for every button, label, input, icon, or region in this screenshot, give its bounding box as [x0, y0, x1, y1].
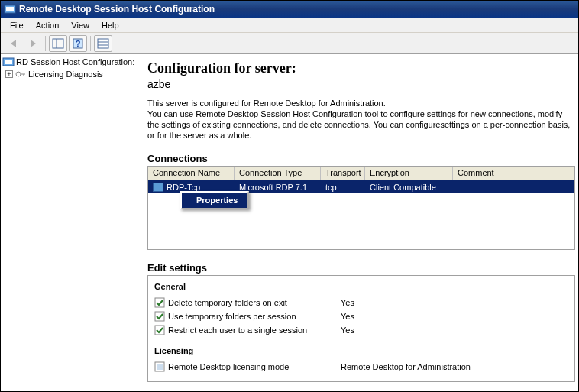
tree-pane: RD Session Host Configuration: + Licensi…	[1, 54, 144, 391]
connections-heading: Connections	[147, 153, 575, 164]
setting-icon	[154, 311, 168, 322]
back-button[interactable]	[4, 35, 22, 52]
svg-point-11	[16, 72, 21, 76]
tree-root-label: RD Session Host Configuration:	[16, 57, 134, 66]
setting-label: Use temporary folders per session	[168, 312, 341, 321]
setting-icon	[154, 325, 168, 335]
toolbar: ?	[1, 33, 578, 54]
context-properties[interactable]: Properties	[182, 193, 247, 208]
col-encryption[interactable]: Encryption	[365, 167, 453, 180]
setting-icon	[154, 361, 168, 372]
arrow-right-icon	[31, 40, 36, 47]
svg-rect-16	[155, 326, 164, 335]
show-hide-tree-button[interactable]	[49, 35, 67, 52]
tree-root[interactable]: RD Session Host Configuration:	[2, 56, 142, 68]
cell-name: RDP-Tcp	[167, 183, 200, 192]
window-titlebar: Remote Desktop Session Host Configuratio…	[1, 1, 578, 18]
col-connection-name[interactable]: Connection Name	[148, 167, 235, 180]
setting-label: Remote Desktop licensing mode	[168, 362, 341, 371]
menu-view[interactable]: View	[65, 19, 95, 31]
setting-icon	[154, 297, 168, 308]
svg-rect-14	[155, 298, 164, 307]
toolbar-separator	[90, 36, 91, 51]
edit-settings-heading: Edit settings	[147, 262, 575, 274]
cell-encryption: Client Compatible	[365, 182, 453, 193]
setting-value: Yes	[341, 326, 568, 335]
host-config-icon	[2, 56, 15, 68]
description: This server is configured for Remote Des…	[147, 98, 575, 141]
setting-delete-temp[interactable]: Delete temporary folders on exit Yes	[154, 296, 568, 309]
key-icon	[15, 68, 27, 80]
server-name: azbe	[147, 78, 575, 90]
svg-rect-6	[98, 39, 108, 48]
svg-rect-15	[155, 312, 164, 321]
expand-icon[interactable]: +	[5, 70, 13, 78]
col-comment[interactable]: Comment	[453, 167, 574, 180]
col-transport[interactable]: Transport	[321, 167, 365, 180]
svg-rect-1	[6, 7, 14, 11]
page-title: Configuration for server:	[147, 60, 575, 76]
app-icon	[4, 3, 16, 15]
setting-value: Remote Desktop for Administration	[341, 362, 568, 371]
svg-text:?: ?	[76, 39, 81, 48]
properties-toolbar-button[interactable]	[94, 35, 112, 52]
setting-value: Yes	[341, 298, 568, 307]
arrow-left-icon	[11, 40, 16, 47]
cell-comment	[453, 186, 574, 188]
properties-icon	[97, 38, 109, 49]
menu-action[interactable]: Action	[30, 19, 66, 31]
connections-header-row: Connection Name Connection Type Transpor…	[148, 167, 574, 180]
tree-child-licensing[interactable]: + Licensing Diagnosis	[2, 68, 142, 80]
cell-transport: tcp	[321, 182, 365, 193]
forward-button[interactable]	[24, 35, 42, 52]
setting-use-temp[interactable]: Use temporary folders per session Yes	[154, 309, 568, 323]
menubar: File Action View Help	[1, 18, 578, 33]
tree-child-label: Licensing Diagnosis	[28, 70, 103, 79]
svg-rect-18	[157, 364, 163, 370]
context-menu: Properties	[180, 191, 249, 209]
col-connection-type[interactable]: Connection Type	[235, 167, 321, 180]
setting-restrict-single[interactable]: Restrict each user to a single session Y…	[154, 323, 568, 337]
help-icon: ?	[72, 37, 84, 50]
panel-icon	[52, 38, 64, 49]
setting-value: Yes	[341, 312, 568, 321]
settings-box: General Delete temporary folders on exit…	[147, 275, 575, 382]
right-pane: Configuration for server: azbe This serv…	[144, 54, 578, 391]
desc-line-1: This server is configured for Remote Des…	[147, 99, 386, 108]
general-header: General	[154, 282, 568, 291]
help-button[interactable]: ?	[69, 35, 87, 52]
toolbar-separator	[45, 36, 46, 51]
setting-licensing-mode[interactable]: Remote Desktop licensing mode Remote Des…	[154, 360, 568, 374]
setting-label: Delete temporary folders on exit	[168, 298, 341, 307]
desc-line-2: You can use Remote Desktop Session Host …	[147, 109, 570, 140]
svg-rect-10	[5, 60, 12, 64]
setting-label: Restrict each user to a single session	[168, 326, 341, 335]
svg-rect-2	[53, 39, 63, 48]
licensing-header: Licensing	[154, 346, 568, 355]
window-title: Remote Desktop Session Host Configuratio…	[19, 4, 215, 15]
rdp-icon	[153, 183, 163, 192]
menu-help[interactable]: Help	[95, 19, 125, 31]
connections-table: Connection Name Connection Type Transpor…	[147, 166, 575, 250]
menu-file[interactable]: File	[4, 19, 30, 31]
